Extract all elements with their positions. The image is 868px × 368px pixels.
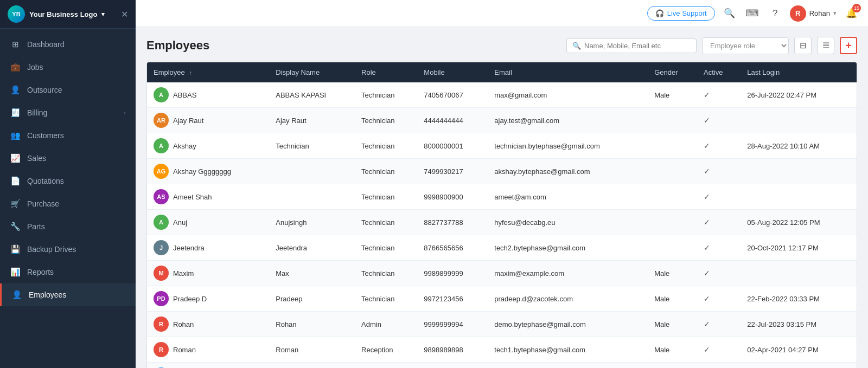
cell-display-name: Roman <box>269 337 355 363</box>
col-employee: Employee ↑ <box>147 62 269 82</box>
avatar: A <box>154 138 169 153</box>
table-row[interactable]: J Jeetendra Jeetendra Technician 8766565… <box>147 235 857 261</box>
employee-name: Maxim <box>173 269 194 277</box>
cell-gender: Male <box>648 286 697 312</box>
avatar: M <box>154 266 169 281</box>
sidebar-item-label: Purchase <box>27 199 126 208</box>
search-icon[interactable]: 🔍 <box>722 5 738 22</box>
cell-email: tech2.bytephase@gmail.com <box>488 235 648 261</box>
chevron-right-icon: › <box>124 109 126 116</box>
sidebar-item-backup-drives[interactable]: 💾 Backup Drives <box>0 238 136 261</box>
parts-icon: 🔧 <box>10 221 21 232</box>
cell-last-login: 20-Oct-2021 12:17 PM <box>741 235 857 261</box>
cell-role: Delivery <box>355 363 417 369</box>
filter-icon[interactable]: ⊟ <box>794 37 812 54</box>
notification-icon[interactable]: 🔔 15 <box>843 5 859 22</box>
col-email: Email <box>488 62 648 82</box>
page-actions: 🔍 Employee role Technician Admin Recepti… <box>566 37 857 54</box>
cell-employee: AR Ajay Raut <box>147 108 269 133</box>
live-support-button[interactable]: 🎧 Live Support <box>647 6 715 21</box>
dashboard-icon: ⊞ <box>10 39 21 50</box>
search-box[interactable]: 🔍 <box>566 38 697 53</box>
sidebar-item-quotations[interactable]: 📄 Quotations <box>0 170 136 192</box>
sidebar-item-jobs[interactable]: 💼 Jobs <box>0 56 136 79</box>
table-row[interactable]: R Rohan Rohan Admin 9999999994 demo.byte… <box>147 312 857 337</box>
close-icon[interactable]: ✕ <box>121 9 128 20</box>
avatar: A <box>154 87 169 102</box>
sidebar-item-parts[interactable]: 🔧 Parts <box>0 215 136 238</box>
cell-gender: Male <box>648 312 697 337</box>
sidebar-item-sales[interactable]: 📈 Sales <box>0 147 136 170</box>
page-title: Employees <box>146 38 209 53</box>
table-row[interactable]: PD Pradeep D Pradeep Technician 99721234… <box>147 286 857 312</box>
employee-name: Anuj <box>173 218 187 227</box>
cell-last-login <box>741 261 857 286</box>
page-header: Employees 🔍 Employee role Technician Adm… <box>146 37 857 54</box>
avatar: R <box>154 342 169 357</box>
cell-active: ✓ <box>697 210 741 235</box>
cell-email: pradeep.d@zacotek.com <box>488 286 648 312</box>
table-row[interactable]: A ABBAS ABBAS KAPASI Technician 74056700… <box>147 82 857 108</box>
table-row[interactable]: R Roman Roman Reception 9898989898 tech1… <box>147 337 857 363</box>
table-row[interactable]: A Anuj Anujsingh Technician 8827737788 h… <box>147 210 857 235</box>
cell-email: delivery.bytephase@gmail.com <box>488 363 648 369</box>
chevron-down-icon: ▾ <box>101 11 105 18</box>
cell-gender: Male <box>648 82 697 108</box>
keyboard-icon[interactable]: ⌨ <box>744 5 761 22</box>
customers-icon: 👥 <box>10 130 21 141</box>
sidebar-item-label: Customers <box>27 131 126 140</box>
table-row[interactable]: M Maxim Max Technician 9989899999 maxim@… <box>147 261 857 286</box>
sidebar-item-employees[interactable]: 👤 Employees <box>0 283 136 306</box>
list-view-icon[interactable]: ☰ <box>817 37 834 54</box>
table-row[interactable]: AG Akshay Gggggggg Technician 7499930217… <box>147 159 857 184</box>
cell-display-name: Anujsingh <box>269 210 355 235</box>
role-select[interactable]: Employee role Technician Admin Reception… <box>702 37 789 54</box>
cell-role: Technician <box>355 159 417 184</box>
table-row[interactable]: AS Ameet Shah Technician 9998900900 amee… <box>147 184 857 210</box>
cell-display-name: Ajay Raut <box>269 108 355 133</box>
cell-mobile: 8827737788 <box>417 210 488 235</box>
cell-last-login <box>741 363 857 369</box>
sidebar-item-reports[interactable]: 📊 Reports <box>0 261 136 283</box>
sidebar-item-billing[interactable]: 🧾 Billing › <box>0 101 136 124</box>
cell-gender <box>648 184 697 210</box>
check-icon: ✓ <box>704 243 710 252</box>
cell-display-name: Jeetendra <box>269 235 355 261</box>
cell-display-name: Technician <box>269 133 355 159</box>
col-active: Active <box>697 62 741 82</box>
sidebar-item-label: Backup Drives <box>27 245 126 254</box>
sidebar-item-outsource[interactable]: 👤 Outsource <box>0 79 136 101</box>
table-row[interactable]: S Scully Delivery Delivery 6767878878 de… <box>147 363 857 369</box>
help-icon[interactable]: ? <box>767 5 783 22</box>
search-input[interactable] <box>584 42 691 50</box>
headset-icon: 🎧 <box>655 9 664 17</box>
sidebar-item-purchase[interactable]: 🛒 Purchase <box>0 192 136 215</box>
cell-role: Technician <box>355 133 417 159</box>
cell-display-name: ABBAS KAPASI <box>269 82 355 108</box>
sidebar-item-customers[interactable]: 👥 Customers <box>0 124 136 147</box>
cell-last-login <box>741 184 857 210</box>
cell-last-login: 22-Feb-2022 03:33 PM <box>741 286 857 312</box>
cell-employee: R Rohan <box>147 312 269 337</box>
chevron-down-icon: ▾ <box>833 10 837 17</box>
cell-active: ✓ <box>697 184 741 210</box>
cell-email: max@gmail.com <box>488 82 648 108</box>
cell-active: ✓ <box>697 312 741 337</box>
cell-employee: M Maxim <box>147 261 269 286</box>
user-badge[interactable]: R Rohan ▾ <box>790 5 837 22</box>
employee-name: ABBAS <box>173 91 196 99</box>
cell-gender: Male <box>648 337 697 363</box>
cell-last-login: 26-Jul-2022 02:47 PM <box>741 82 857 108</box>
sidebar-item-dashboard[interactable]: ⊞ Dashboard <box>0 33 136 56</box>
table-row[interactable]: A Akshay Technician Technician 800000000… <box>147 133 857 159</box>
sort-icon[interactable]: ↑ <box>189 69 192 76</box>
avatar: A <box>154 215 169 230</box>
cell-role: Technician <box>355 82 417 108</box>
col-mobile: Mobile <box>417 62 488 82</box>
sidebar-header: YB Your Business Logo ▾ ✕ <box>0 0 136 29</box>
sidebar-logo[interactable]: YB Your Business Logo ▾ <box>8 5 105 23</box>
cell-employee: J Jeetendra <box>147 235 269 261</box>
add-employee-button[interactable]: + <box>840 37 857 54</box>
table-row[interactable]: AR Ajay Raut Ajay Raut Technician 444444… <box>147 108 857 133</box>
billing-icon: 🧾 <box>10 107 21 118</box>
